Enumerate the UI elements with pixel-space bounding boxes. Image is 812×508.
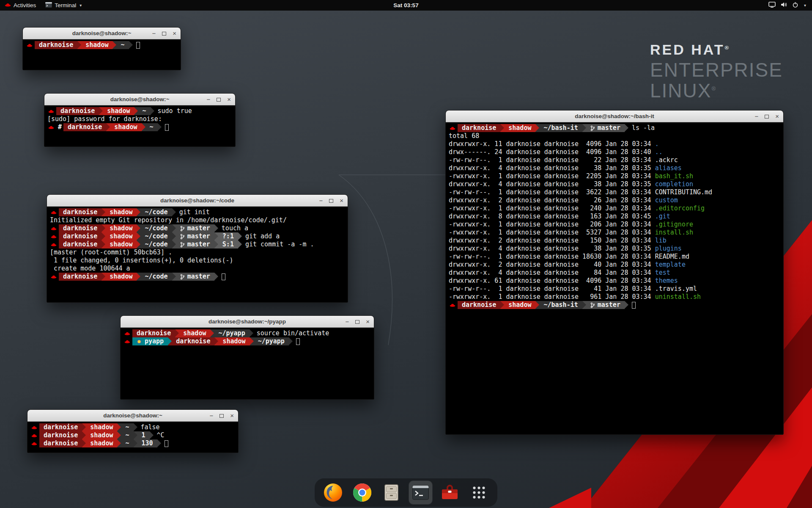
- powerline-separator: [77, 41, 81, 49]
- terminal-content[interactable]: darknoiseshadow~: [23, 39, 181, 70]
- close-button[interactable]: ×: [340, 197, 343, 204]
- prompt-host-segment: shadow: [504, 124, 535, 132]
- maximize-button[interactable]: [765, 113, 769, 119]
- files-icon[interactable]: [380, 481, 403, 504]
- prompt-user-segment: darknoise: [59, 232, 102, 240]
- app-grid-icon[interactable]: [467, 481, 491, 504]
- maximize-button[interactable]: [355, 318, 359, 325]
- prompt-user-segment: darknoise: [39, 423, 82, 431]
- toolbox-icon[interactable]: [438, 481, 461, 504]
- titlebar[interactable]: darknoise@shadow:~ − ×: [44, 94, 235, 105]
- terminal-content[interactable]: darknoiseshadow~falsedarknoiseshadow~1^C…: [27, 422, 238, 453]
- powerline-separator: [102, 240, 105, 248]
- terminal-line: darknoiseshadow~false: [29, 423, 236, 431]
- prompt-path-segment: ~/code: [140, 232, 172, 240]
- terminal-line: #darknoiseshadow~: [46, 123, 233, 131]
- output-text: bash_it.sh: [655, 172, 693, 180]
- prompt-host-segment: shadow: [86, 423, 117, 431]
- terminal-content[interactable]: darknoiseshadow~/pyappsource bin/activat…: [121, 328, 374, 399]
- powerline-separator: [238, 232, 242, 240]
- redhat-icon: [31, 441, 37, 446]
- titlebar[interactable]: darknoise@shadow:~ − ×: [27, 410, 238, 422]
- terminal-line: darknoiseshadow~: [25, 41, 179, 49]
- close-button[interactable]: ×: [173, 30, 176, 36]
- titlebar[interactable]: darknoise@shadow:~ − ×: [23, 28, 181, 39]
- powerline-separator: [137, 232, 140, 240]
- system-status-area[interactable]: ▾: [764, 0, 810, 11]
- terminal-line: drwxrwxr-x. 8 darknoise darknoise 163 Ja…: [447, 213, 782, 221]
- terminal-line: drwxrwxr-x. 4 darknoise darknoise 38 Jan…: [447, 245, 782, 253]
- command-text: touch a: [222, 224, 248, 232]
- prompt-host-segment: shadow: [218, 337, 250, 345]
- prompt-host-segment: shadow: [105, 232, 137, 240]
- terminal-content[interactable]: darknoiseshadow~/bash-itmasterls -latota…: [446, 122, 783, 434]
- minimize-button[interactable]: −: [754, 113, 758, 119]
- redhat-brand-wordmark: RED HAT® ENTERPRISE LINUX®: [650, 42, 783, 100]
- output-text: Initialized empty Git repository in /hom…: [50, 216, 287, 224]
- command-text: ^C: [157, 431, 165, 439]
- prompt-path-segment: ~/bash-it: [539, 301, 582, 309]
- terminal-line: drwxrwxr-x. 2 darknoise darknoise 150 Ja…: [447, 237, 782, 245]
- terminal-cursor: [632, 302, 636, 309]
- powerline-separator: [157, 439, 161, 447]
- clock[interactable]: Sat 03:57: [393, 2, 418, 8]
- minimize-button[interactable]: −: [152, 30, 156, 36]
- titlebar[interactable]: darknoise@shadow:~/code − ×: [47, 195, 348, 207]
- maximize-button[interactable]: [219, 412, 224, 419]
- powerline-separator: [175, 329, 179, 337]
- minimize-button[interactable]: −: [319, 197, 323, 204]
- maximize-button[interactable]: [162, 30, 166, 36]
- powerline-separator: [82, 431, 86, 439]
- output-text: .git: [655, 213, 670, 221]
- powerline-separator: [137, 240, 140, 248]
- command-text: git commit -a -m .: [245, 240, 314, 248]
- prompt-host-segment: shadow: [179, 329, 210, 337]
- maximize-icon: [355, 320, 359, 324]
- registered-mark: ®: [725, 44, 731, 51]
- prompt-user-segment: darknoise: [59, 240, 102, 248]
- powerline-separator: [112, 41, 116, 49]
- terminal-content[interactable]: darknoiseshadow~/codegit initInitialized…: [47, 207, 348, 302]
- terminal-line: darknoiseshadow~/codegit init: [49, 208, 346, 216]
- terminal-content[interactable]: darknoiseshadow~sudo true[sudo] password…: [44, 105, 235, 146]
- window-title: darknoise@shadow:~/code: [47, 197, 348, 204]
- close-button[interactable]: ×: [227, 96, 231, 102]
- terminal-line: drwxrwxr-x. 4 darknoise darknoise 38 Jan…: [447, 180, 782, 188]
- minimize-button[interactable]: −: [206, 96, 210, 102]
- minimize-button[interactable]: −: [345, 318, 349, 325]
- activities-button[interactable]: Activities: [0, 0, 41, 11]
- output-text: custom: [655, 196, 678, 204]
- powerline-separator: [214, 337, 218, 345]
- prompt-user-segment: darknoise: [35, 41, 77, 49]
- prompt-user-segment: darknoise: [56, 107, 99, 115]
- redhat-icon: [51, 210, 57, 215]
- git-branch-icon: [590, 302, 595, 308]
- prompt-user-segment: darknoise: [172, 337, 214, 345]
- top-bar: Activities Terminal ▾ Sat 03:57 ▾: [0, 0, 812, 11]
- terminal-line: darknoiseshadow~/codemasterS:1git commit…: [49, 240, 346, 248]
- prompt-git-segment: master: [176, 232, 214, 240]
- minimize-button[interactable]: −: [209, 412, 213, 419]
- brand-enterprise: ENTERPRISE: [650, 60, 783, 80]
- chrome-icon[interactable]: [351, 481, 374, 504]
- prompt-host-segment: shadow: [110, 123, 141, 131]
- close-button[interactable]: ×: [775, 113, 779, 119]
- firefox-icon[interactable]: [321, 481, 345, 504]
- maximize-button[interactable]: [217, 96, 221, 102]
- terminal-line: -rw-rw-r--. 1 darknoise darknoise 3622 J…: [447, 188, 782, 196]
- powerline-separator: [102, 224, 105, 232]
- powerline-separator: [172, 273, 176, 281]
- titlebar[interactable]: darknoise@shadow:~/pyapp − ×: [121, 316, 374, 328]
- prompt-exit-code-segment: 1: [137, 431, 150, 439]
- app-menu-terminal[interactable]: Terminal ▾: [41, 0, 86, 11]
- close-button[interactable]: ×: [366, 318, 370, 325]
- terminal-icon[interactable]: [409, 481, 432, 504]
- maximize-button[interactable]: [329, 197, 333, 204]
- prompt-path-segment: ~/code: [140, 208, 172, 216]
- terminal-line: -rwxrwxr-x. 1 darknoise darknoise 2205 J…: [447, 172, 782, 180]
- titlebar[interactable]: darknoise@shadow:~/bash-it − ×: [446, 110, 783, 122]
- output-text: uninstall.sh: [655, 293, 701, 301]
- prompt-git-segment: master: [176, 240, 214, 248]
- prompt-exit-code-segment: 130: [137, 439, 157, 447]
- close-button[interactable]: ×: [230, 412, 234, 419]
